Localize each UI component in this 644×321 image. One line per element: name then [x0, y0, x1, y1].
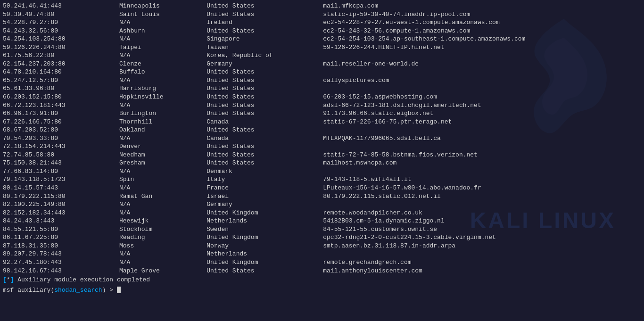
cell-hostname [323, 142, 641, 151]
cell-ip: 66.72.123.181:443 [3, 101, 119, 110]
cell-hostname [323, 167, 641, 176]
table-row: 66.96.173.91:80BurlingtonUnited States91… [3, 109, 641, 118]
cell-city: N/A [119, 167, 206, 176]
cell-ip: 66.203.152.15:80 [3, 93, 119, 101]
cell-city: Needham [119, 151, 206, 159]
table-row: 80.14.15.57:443N/AFranceLPuteaux-156-14-… [3, 184, 641, 192]
star: * [7, 276, 10, 283]
table-row: 65.61.33.96:80HarrisburgUnited States [3, 84, 641, 93]
cell-ip: 64.78.210.164:80 [3, 68, 119, 76]
cell-city: Gresham [119, 159, 206, 167]
cell-country: United States [206, 267, 323, 275]
table-row: 54.243.32.56:80AshburnUnited Statesec2-5… [3, 27, 641, 35]
table-row: 64.78.210.164:80BuffaloUnited States [3, 68, 641, 76]
cell-country: Israel [206, 192, 323, 201]
cell-city: Reading [119, 233, 206, 242]
cell-city: N/A [119, 35, 206, 43]
cell-hostname: static-72-74-85-58.bstnma.fios.verizon.n… [323, 151, 641, 159]
cell-hostname: 54182B03.cm-5-1a.dynamic.ziggo.nl [323, 217, 641, 225]
cell-hostname: 59-126-226-244.HINET-IP.hinet.net [323, 43, 641, 52]
cell-ip: 54.254.103.254:80 [3, 35, 119, 43]
cell-ip: 50.241.46.41:443 [3, 2, 119, 10]
table-row: 66.72.123.181:443N/AUnited Statesadsl-66… [3, 101, 641, 110]
cell-city: Spin [119, 175, 206, 184]
cell-hostname: ec2-54-243-32-56.compute-1.amazonaws.com [323, 27, 641, 35]
cell-city: N/A [119, 18, 206, 27]
cell-hostname: 79-143-118-5.wifi4all.it [323, 175, 641, 184]
cell-ip: 62.154.237.203:80 [3, 60, 119, 68]
table-row: 50.30.40.74:80Saint LouisUnited Statesst… [3, 10, 641, 19]
prompt-suffix: ) > [102, 287, 117, 294]
cell-hostname: mail.anthonylouiscenter.com [323, 267, 641, 275]
cell-ip: 87.118.31.35:80 [3, 242, 119, 250]
cell-city: N/A [119, 134, 206, 143]
cell-hostname: mailhost.mswhcpa.com [323, 159, 641, 167]
cell-hostname [323, 84, 641, 93]
cell-ip: 80.14.15.57:443 [3, 184, 119, 192]
table-row: 79.143.118.5:1723SpinItaly79-143-118-5.w… [3, 175, 641, 184]
cell-city: Hopkinsville [119, 93, 206, 101]
cell-country: United States [206, 93, 323, 101]
cell-country: Norway [206, 242, 323, 250]
cell-city: Minneapolis [119, 2, 206, 10]
cell-hostname: remote.grechandgrech.com [323, 258, 641, 267]
cell-city: N/A [119, 184, 206, 192]
cell-ip: 72.74.85.58:80 [3, 151, 119, 159]
cell-ip: 80.179.222.115:80 [3, 192, 119, 201]
cell-hostname: adsl-66-72-123-181.dsl.chcgil.ameritech.… [323, 101, 641, 110]
cell-city: Buffalo [119, 68, 206, 76]
table-row: 82.100.225.149:80N/AGermany [3, 200, 641, 209]
cell-hostname: callyspictures.com [323, 76, 641, 85]
table-row: 87.118.31.35:80MossNorwaysmtp.aasen.bz.3… [3, 242, 641, 250]
cell-hostname [323, 68, 641, 76]
cell-ip: 72.18.154.214:443 [3, 142, 119, 151]
cell-hostname: smtp.aasen.bz.31.118.87.in-addr.arpa [323, 242, 641, 250]
cell-city: N/A [119, 51, 206, 60]
cell-ip: 79.143.118.5:1723 [3, 175, 119, 184]
prompt-line[interactable]: msf auxiliary(shodan_search) > [3, 286, 641, 295]
table-row: 61.75.56.22:80N/AKorea, Republic of [3, 51, 641, 60]
cell-ip: 54.228.79.27:80 [3, 18, 119, 27]
cell-ip: 67.226.166.75:80 [3, 118, 119, 126]
table-row: 98.142.16.67:443Maple GroveUnited States… [3, 267, 641, 275]
cell-country: France [206, 184, 323, 192]
cell-country: Canada [206, 134, 323, 143]
cell-country: United States [206, 68, 323, 76]
cell-ip: 92.27.45.180:443 [3, 258, 119, 267]
status-message: Auxiliary module execution completed [17, 276, 150, 283]
cell-city: Ashburn [119, 27, 206, 35]
cell-city: Moss [119, 242, 206, 250]
table-row: 84.24.43.3:443HeeswijkNetherlands54182B0… [3, 217, 641, 225]
cell-hostname [323, 126, 641, 134]
cell-city: Taipei [119, 43, 206, 52]
table-row: 65.247.12.57:80N/AUnited Statescallyspic… [3, 76, 641, 85]
cell-country: Taiwan [206, 43, 323, 52]
cell-ip: 82.152.182.34:443 [3, 209, 119, 217]
prompt-module: shodan_search [54, 287, 102, 294]
terminal: KALI LINUX 50.241.46.41:443MinneapolisUn… [0, 0, 644, 321]
cell-country: United States [206, 10, 323, 19]
table-row: 92.27.45.180:443N/AUnited Kingdomremote.… [3, 258, 641, 267]
cell-hostname [323, 51, 641, 60]
cell-hostname: mail.mfkcpa.com [323, 2, 641, 10]
table-row: 67.226.166.75:80ThornhillCanadastatic-67… [3, 118, 641, 126]
cell-country: Italy [206, 175, 323, 184]
table-row: 54.254.103.254:80N/ASingaporeec2-54-254-… [3, 35, 641, 43]
table-row: 72.74.85.58:80NeedhamUnited Statesstatic… [3, 151, 641, 159]
table-row: 62.154.237.203:80ClenzeGermanymail.resel… [3, 60, 641, 68]
table-row: 75.150.38.21:443GreshamUnited Statesmail… [3, 159, 641, 167]
cell-ip: 54.243.32.56:80 [3, 27, 119, 35]
cell-ip: 84.24.43.3:443 [3, 217, 119, 225]
table-row: 72.18.154.214:443DenverUnited States [3, 142, 641, 151]
cell-hostname: 80.179.222.115.static.012.net.il [323, 192, 641, 201]
cell-country: Canada [206, 118, 323, 126]
cell-city: N/A [119, 250, 206, 258]
cell-country: Ireland [206, 18, 323, 27]
cell-city: N/A [119, 258, 206, 267]
table-row: 89.207.29.78:443N/ANetherlands [3, 250, 641, 258]
cell-hostname: LPuteaux-156-14-16-57.w80-14.abo.wanadoo… [323, 184, 641, 192]
cell-country: United Kingdom [206, 209, 323, 217]
cell-ip: 65.247.12.57:80 [3, 76, 119, 85]
status-line: [*] Auxiliary module execution completed [3, 276, 641, 284]
table-row: 59.126.226.244:80TaipeiTaiwan59-126-226-… [3, 43, 641, 52]
